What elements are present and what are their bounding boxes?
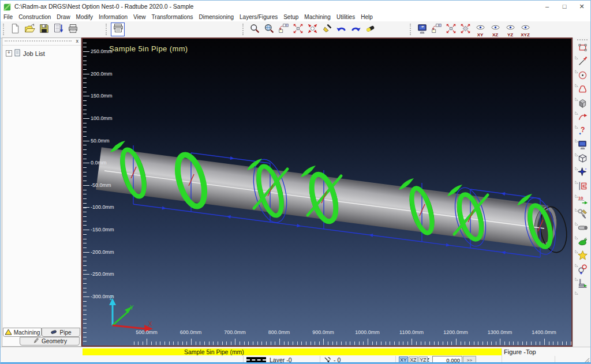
svg-text:?: ? [581,126,585,134]
tool-button-render-monitor[interactable] [574,138,590,152]
ruler-tick [83,230,89,230]
ruler-tick [83,261,87,261]
tool-button-dimension-ten[interactable]: 10 [574,194,590,208]
tree-item-job-list[interactable]: + Job List [6,49,81,58]
toolbar-button-view-xy[interactable]: XY [473,22,488,36]
toolbar-button-job-list-export[interactable] [51,22,66,36]
print-preview-icon [113,23,124,36]
tab-label: Machining [14,329,40,336]
tool-button-line-point[interactable] [574,55,590,69]
viewport-canvas[interactable]: ZYX [83,39,571,346]
ruler-tick [83,274,89,275]
panel-drag-handle[interactable] [5,40,72,42]
ruler-tick [186,342,187,345]
toolbar-button-open-folder[interactable] [23,22,37,36]
toolbar-button-zoom-window[interactable] [305,22,320,36]
toolbar-grip[interactable] [242,24,245,35]
menu-machining[interactable]: Machining [301,14,334,20]
favorites-star-icon [577,250,588,263]
tool-button-favorites-star[interactable] [574,249,590,263]
toolbar-button-zoom-extents[interactable] [291,22,305,36]
maximize-button[interactable]: □ [556,1,573,12]
menu-file[interactable]: File [1,14,16,20]
solid-cube-icon [577,97,588,111]
toolbar-button-undo[interactable] [334,22,349,36]
toolbar-button-zoom-diamond[interactable] [458,22,473,36]
ruler-tick [83,56,87,57]
panel-close-icon[interactable]: x [76,38,79,44]
tree-expand-icon[interactable]: + [6,50,12,57]
tool-button-snap-target[interactable] [574,263,590,277]
tool-button-query-point[interactable]: ? [574,125,590,138]
menu-transformations[interactable]: Transformations [149,14,196,20]
v-ruler-label: 50.0mm [91,138,110,144]
tab-machining[interactable]: Machining [3,328,42,337]
menu-construction[interactable]: Construction [16,14,54,20]
toolbar-button-print[interactable] [66,22,80,36]
menu-draw[interactable]: Draw [54,14,73,20]
tab-label: Pipe [59,329,71,336]
open-folder-icon [24,23,35,36]
tool-button-select-frame[interactable] [574,42,590,55]
toolbar-button-zoom-extents[interactable] [444,22,458,36]
ruler-tick [83,252,89,253]
tool-button-profile-shape[interactable] [574,83,590,97]
toolbar-button-zoom-globe[interactable] [262,22,276,36]
toolbar-button-paint-brush[interactable] [320,22,334,36]
toolbar-button-view-xyz[interactable]: XYZ [518,22,533,36]
ruler-tick [83,114,87,114]
ruler-tick [513,342,514,345]
toolbar-button-save-floppy[interactable] [37,22,51,36]
toolbar-grip[interactable] [106,24,109,35]
toolbar-button-eraser[interactable] [363,22,377,36]
menu-dimensioning[interactable]: Dimensioning [196,14,237,20]
toolbar-button-print-preview[interactable] [111,22,125,36]
menu-information[interactable]: Information [96,14,130,20]
menu-utilities[interactable]: Utilities [334,14,358,20]
menu-help[interactable]: Help [358,14,376,20]
toolbar-grip[interactable] [577,39,588,40]
tool-button-machine-tools[interactable] [574,208,590,222]
layer-swatch[interactable] [246,357,266,362]
tool-button-sparkle-star[interactable] [574,166,590,180]
toolbar-button-render-3d[interactable] [415,22,429,36]
ruler-tick [83,149,87,150]
tool-button-measure-bracket[interactable] [574,180,590,194]
figure-label: Figure -Top [504,348,536,355]
toolbar-button-zoom-search[interactable] [248,22,262,36]
menu-layers-figures[interactable]: Layers/Figures [237,14,280,20]
close-button[interactable]: ✕ [573,1,590,12]
tool-button-clamp-post[interactable] [574,277,590,291]
ruler-tick [231,342,231,345]
ruler-tick [346,342,346,345]
tool-button-part-green[interactable] [574,235,590,249]
tool-button-pipe-cylinder[interactable] [574,222,590,235]
toolbar-button-new-document[interactable] [8,22,23,36]
minimize-button[interactable]: – [538,1,556,12]
tool-button-wireframe-box[interactable] [574,152,590,166]
toolbar-button-view-yz[interactable]: YZ [503,22,518,36]
toolbar-grip[interactable] [3,24,6,35]
tab-geometry[interactable]: Geometry [20,337,80,346]
tool-button-solid-cube[interactable] [574,97,590,111]
menu-setup[interactable]: Setup [280,14,301,20]
tool-button-curve-arrow[interactable] [574,111,590,125]
toolbar-button-redo[interactable] [349,22,363,36]
h-ruler-label: 1100.0mm [399,329,424,335]
tab-pipe[interactable]: Pipe [42,328,80,337]
toolbar-button-swap-windows[interactable] [429,22,444,36]
job-tree: + Job List [2,45,81,58]
toolbar-button-view-xz[interactable]: XZ [488,22,503,36]
ruler-tick [160,342,160,345]
ruler-tick [83,127,87,127]
tool-button-circle-center[interactable] [574,69,590,83]
ruler-tick [83,167,87,168]
toolbar-grip[interactable] [410,24,413,35]
toolbar-button-swap-windows[interactable] [276,22,291,36]
dimension-ten-icon: 10 [577,194,588,208]
flyout-triangle-icon [575,148,578,152]
ruler-tick [332,342,333,345]
menu-modify[interactable]: Modify [73,14,96,20]
ruler-tick [240,342,240,345]
menu-view[interactable]: View [130,14,149,20]
